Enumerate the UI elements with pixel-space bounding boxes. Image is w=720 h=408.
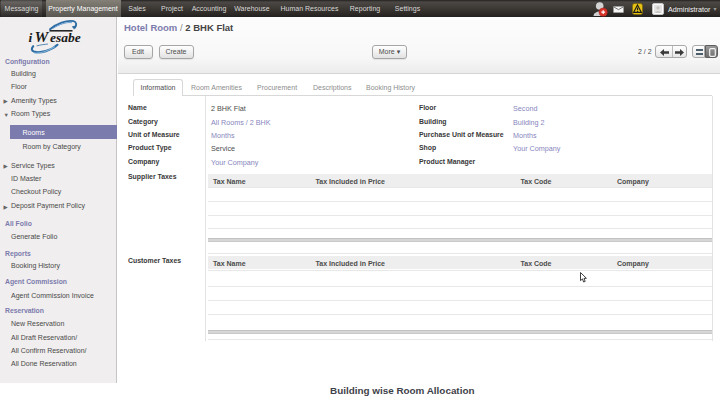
svg-text:i: i: [29, 30, 33, 45]
svg-text:esabe: esabe: [50, 30, 81, 45]
svg-text:W: W: [35, 28, 50, 45]
